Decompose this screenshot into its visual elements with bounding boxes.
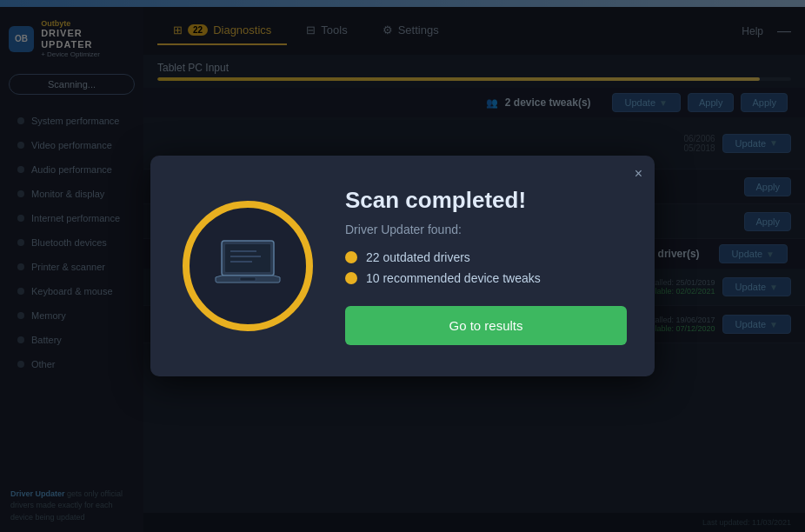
finding-item-1: 22 outdated drivers <box>345 250 627 264</box>
scan-complete-modal: × <box>150 156 655 376</box>
modal-close-button[interactable]: × <box>635 166 642 182</box>
modal-illustration <box>178 196 317 336</box>
modal-content: Scan completed! Driver Updater found: 22… <box>345 187 627 345</box>
finding-item-2: 10 recommended device tweaks <box>345 271 627 285</box>
modal-title: Scan completed! <box>345 187 627 214</box>
modal-findings: 22 outdated drivers 10 recommended devic… <box>345 250 627 285</box>
svg-rect-5 <box>240 277 256 281</box>
finding-dot-1 <box>345 251 357 263</box>
modal-subtitle: Driver Updater found: <box>345 223 627 236</box>
finding-dot-2 <box>345 272 357 284</box>
modal-overlay: × <box>0 0 805 532</box>
laptop-illustration <box>209 234 287 298</box>
svg-rect-1 <box>225 244 270 272</box>
go-to-results-button[interactable]: Go to results <box>345 306 627 345</box>
finding-text-2: 10 recommended device tweaks <box>366 271 541 285</box>
finding-text-1: 22 outdated drivers <box>366 250 470 264</box>
